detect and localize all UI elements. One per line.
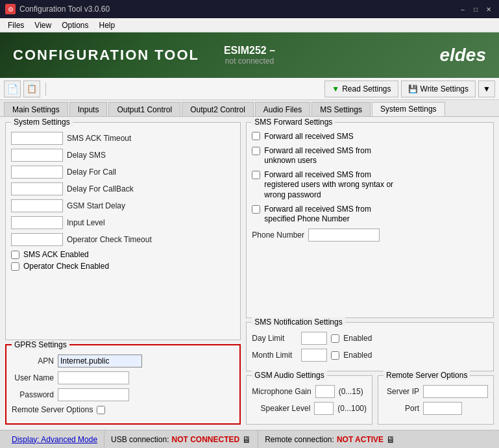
sms-ack-timeout-label: SMS ACK Timeout	[67, 134, 131, 143]
header-banner: CONFIGURATION TOOL ESIM252 – not connect…	[0, 32, 499, 78]
operator-check-timeout-label: Operator Check Timeout	[67, 235, 152, 244]
tab-audio-files[interactable]: Audio Files	[255, 102, 310, 116]
gsm-start-delay-input[interactable]	[11, 199, 63, 212]
delay-for-call-input[interactable]	[11, 166, 63, 179]
remote-server-row: Remote Server Options	[12, 405, 234, 414]
copy-icon: 📋	[27, 84, 37, 93]
system-settings-title: System Settings	[11, 118, 73, 127]
delay-for-callback-input[interactable]	[11, 182, 63, 195]
remote-server-options-label: Remote Server Options	[12, 405, 93, 414]
month-limit-row: Month Limit Enabled	[252, 349, 488, 362]
maximize-button[interactable]: □	[470, 4, 481, 14]
month-limit-input[interactable]	[301, 349, 327, 362]
tab-system-settings[interactable]: System Settings	[372, 102, 445, 116]
delay-for-callback-row: Delay For CallBack	[11, 182, 235, 195]
fwd-wrong-syntax-checkbox[interactable]	[252, 171, 260, 179]
delay-for-call-label: Delay For Call	[67, 168, 116, 177]
day-enabled-checkbox[interactable]	[331, 334, 339, 343]
delay-sms-input[interactable]	[11, 149, 63, 162]
server-ip-input[interactable]	[423, 385, 488, 398]
day-limit-input[interactable]	[301, 332, 327, 345]
gsm-audio-title: GSM Audio Settings	[252, 371, 326, 380]
app-title: CONFIGURATION TOOL	[13, 47, 199, 64]
fwd-phone-number-checkbox[interactable]	[252, 205, 260, 214]
fwd-unknown-checkbox[interactable]	[252, 147, 260, 155]
fwd-all-sms-label: Forward all received SMS	[264, 132, 353, 142]
usb-icon: 🖥	[242, 434, 251, 445]
remote-icon: 🖥	[386, 434, 395, 445]
tab-inputs[interactable]: Inputs	[69, 102, 108, 116]
system-settings-group: System Settings SMS ACK Timeout Delay SM…	[5, 122, 241, 340]
port-input[interactable]	[423, 402, 462, 415]
delay-sms-label: Delay SMS	[67, 151, 106, 160]
sms-ack-timeout-input[interactable]	[11, 132, 63, 145]
operator-check-timeout-row: Operator Check Timeout	[11, 233, 235, 246]
password-input[interactable]	[58, 388, 129, 401]
fwd-all-sms-checkbox[interactable]	[252, 132, 260, 140]
input-level-input[interactable]	[11, 216, 63, 229]
display-mode-section: Display: Advanced Mode	[5, 430, 104, 448]
speaker-level-row: Speaker Level (0...100)	[252, 402, 367, 415]
bottom-right-panels: GSM Audio Settings Microphone Gain (0...…	[246, 375, 494, 425]
delay-sms-row: Delay SMS	[11, 149, 235, 162]
month-enabled-label: Enabled	[343, 351, 372, 360]
input-level-row: Input Level	[11, 216, 235, 229]
username-input[interactable]	[58, 371, 129, 384]
write-settings-button[interactable]: 💾 Write Settings	[401, 81, 476, 97]
fwd-phone-number-row: Forward all received SMS fromspecified P…	[252, 205, 488, 225]
apn-input[interactable]	[58, 355, 142, 367]
mic-gain-range: (0...15)	[339, 387, 363, 396]
username-row: User Name	[12, 371, 234, 384]
month-enabled-checkbox[interactable]	[331, 351, 339, 360]
speaker-level-input[interactable]	[314, 402, 334, 415]
fwd-wrong-syntax-row: Forward all received SMS fromregistered …	[252, 170, 488, 201]
toolbar-icon-btn2[interactable]: 📋	[23, 81, 40, 97]
operator-check-enabled-checkbox[interactable]	[11, 262, 19, 271]
menu-bar: Files View Options Help	[0, 18, 499, 32]
menu-files[interactable]: Files	[3, 19, 29, 31]
mic-gain-input[interactable]	[315, 385, 335, 398]
menu-view[interactable]: View	[29, 19, 56, 31]
operator-check-enabled-row: Operator Check Enabled	[11, 262, 235, 271]
tab-output2-control[interactable]: Output2 Control	[182, 102, 254, 116]
title-bar: ⚙ Configuration Tool v3.0.60 – □ ✕	[0, 0, 499, 18]
close-button[interactable]: ✕	[483, 4, 494, 14]
read-settings-button[interactable]: ▼ Read Settings	[324, 81, 398, 97]
remote-status: NOT ACTIVE	[337, 435, 383, 444]
window-controls: – □ ✕	[457, 4, 494, 14]
usb-label: USB connection:	[111, 435, 169, 444]
tab-output1-control[interactable]: Output1 Control	[108, 102, 180, 116]
operator-check-timeout-input[interactable]	[11, 233, 63, 246]
phone-number-label: Phone Number	[252, 230, 304, 240]
tab-ms-settings[interactable]: MS Settings	[311, 102, 371, 116]
fwd-all-sms-row: Forward all received SMS	[252, 132, 488, 142]
remote-server-checkbox[interactable]	[97, 406, 105, 414]
password-label: Password	[12, 390, 54, 399]
write-settings-dropdown[interactable]: ▼	[478, 81, 495, 97]
tab-bar: Main Settings Inputs Output1 Control Out…	[0, 100, 499, 117]
remote-server-group: Remote Server Options Server IP Port	[378, 375, 494, 425]
input-level-label: Input Level	[67, 218, 105, 227]
month-limit-label: Month Limit	[252, 351, 297, 360]
app-icon: ⚙	[5, 4, 16, 14]
left-panel: System Settings SMS ACK Timeout Delay SM…	[5, 122, 241, 425]
save-icon: 💾	[408, 84, 418, 93]
display-mode-link[interactable]: Display: Advanced Mode	[12, 435, 97, 444]
brand-logo: eldes	[439, 45, 486, 66]
right-panel: SMS Forward Settings Forward all receive…	[246, 122, 494, 425]
day-limit-row: Day Limit Enabled	[252, 332, 488, 345]
tab-main-settings[interactable]: Main Settings	[4, 102, 68, 116]
toolbar-icon-btn1[interactable]: 📄	[4, 81, 21, 97]
fwd-unknown-label: Forward all received SMS fromunknown use…	[264, 146, 371, 166]
day-enabled-label: Enabled	[343, 334, 372, 343]
phone-number-input[interactable]	[308, 229, 380, 242]
operator-check-enabled-label: Operator Check Enabled	[23, 262, 109, 271]
fwd-phone-number-label: Forward all received SMS fromspecified P…	[264, 205, 371, 225]
menu-options[interactable]: Options	[56, 19, 93, 31]
sms-ack-enabled-checkbox[interactable]	[11, 251, 19, 259]
write-settings-label: Write Settings	[420, 84, 469, 93]
menu-help[interactable]: Help	[94, 19, 121, 31]
download-icon: ▼	[332, 84, 339, 93]
minimize-button[interactable]: –	[457, 4, 468, 14]
server-ip-label: Server IP	[383, 387, 419, 396]
